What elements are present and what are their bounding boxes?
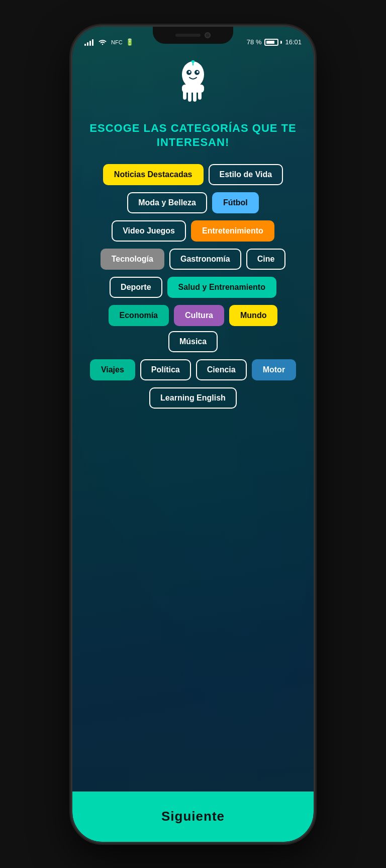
category-motor[interactable]: Motor: [252, 359, 296, 380]
battery-small-icon: 🔋: [126, 38, 134, 46]
category-viajes[interactable]: Viajes: [90, 359, 135, 380]
heading-line2: INTERESAN!: [89, 135, 296, 150]
heading: ESCOGE LAS CATEGORÍAS QUE TE INTERESAN!: [89, 121, 296, 150]
category-row-1: Noticias Destacadas Estilo de Vida: [103, 164, 283, 185]
category-salud-y-entrenamiento[interactable]: Salud y Entrenamiento: [167, 277, 276, 298]
phone-outer: NFC 🔋 78 % 16:01: [0, 0, 386, 868]
category-deporte[interactable]: Deporte: [110, 277, 162, 298]
logo-container: [170, 58, 216, 113]
mascot-icon: [173, 60, 213, 111]
category-cultura[interactable]: Cultura: [174, 305, 224, 326]
category-gastronomia[interactable]: Gastronomía: [169, 249, 241, 270]
category-row-6: Economía Cultura Mundo Música: [82, 305, 304, 352]
category-entretenimiento[interactable]: Entretenimiento: [191, 220, 274, 242]
category-musica[interactable]: Música: [168, 331, 218, 352]
phone-screen: NFC 🔋 78 % 16:01: [72, 27, 314, 842]
category-politica[interactable]: Política: [140, 359, 191, 380]
category-ciencia[interactable]: Ciencia: [196, 359, 247, 380]
status-right: 78 % 16:01: [247, 38, 302, 46]
siguiente-button[interactable]: Siguiente: [161, 809, 225, 824]
status-left: NFC 🔋: [84, 38, 134, 46]
signal-bars-icon: [84, 39, 93, 46]
category-video-juegos[interactable]: Video Juegos: [112, 220, 186, 242]
battery-percent: 78 %: [247, 38, 262, 46]
category-learning-english[interactable]: Learning English: [149, 387, 237, 409]
screen-content: ESCOGE LAS CATEGORÍAS QUE TE INTERESAN! …: [72, 53, 314, 842]
nfc-icon: NFC: [111, 39, 123, 45]
notch: [153, 27, 233, 44]
svg-point-4: [197, 71, 199, 73]
category-noticias-destacadas[interactable]: Noticias Destacadas: [103, 164, 204, 185]
category-row-7: Viajes Política Ciencia Motor: [90, 359, 296, 380]
camera-dot: [205, 32, 211, 38]
svg-point-3: [188, 71, 190, 73]
category-mundo[interactable]: Mundo: [229, 305, 277, 326]
categories-container: Noticias Destacadas Estilo de Vida Moda …: [82, 164, 304, 409]
wifi-icon: [98, 39, 107, 46]
heading-line1: ESCOGE LAS CATEGORÍAS QUE TE: [89, 121, 296, 136]
category-tecnologia[interactable]: Tecnología: [101, 249, 164, 270]
category-row-2: Moda y Belleza Fútbol: [127, 192, 259, 213]
category-row-4: Tecnología Gastronomía Cine: [101, 249, 286, 270]
category-cine[interactable]: Cine: [246, 249, 286, 270]
phone-frame: NFC 🔋 78 % 16:01: [72, 27, 314, 842]
bottom-bar[interactable]: Siguiente: [72, 792, 314, 842]
battery-icon: [264, 39, 282, 46]
speaker-grille: [175, 34, 201, 37]
category-row-8: Learning English: [149, 387, 237, 409]
category-moda-y-belleza[interactable]: Moda y Belleza: [127, 192, 207, 213]
category-futbol[interactable]: Fútbol: [212, 192, 259, 213]
time: 16:01: [285, 38, 302, 46]
category-row-5: Deporte Salud y Entrenamiento: [110, 277, 276, 298]
category-row-3: Video Juegos Entretenimiento: [112, 220, 274, 242]
category-economia[interactable]: Economía: [109, 305, 169, 326]
svg-rect-9: [182, 85, 204, 93]
main-content: ESCOGE LAS CATEGORÍAS QUE TE INTERESAN! …: [72, 53, 314, 792]
category-estilo-de-vida[interactable]: Estilo de Vida: [209, 164, 283, 185]
